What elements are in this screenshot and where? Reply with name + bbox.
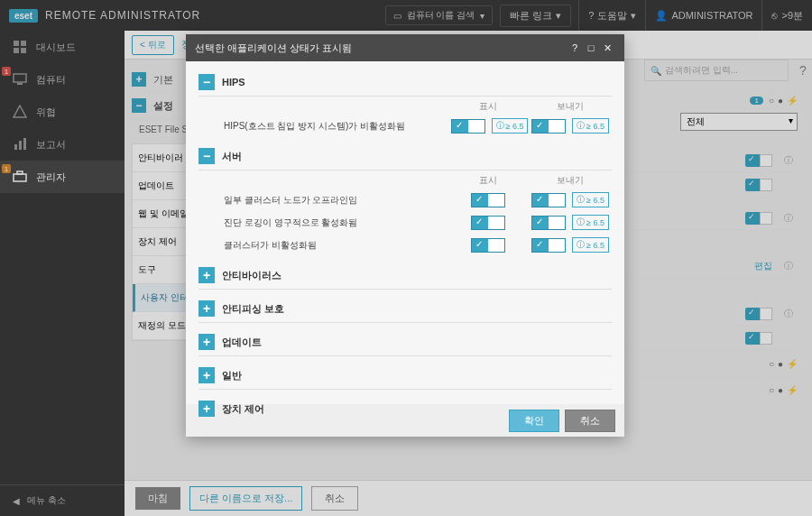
section-header[interactable]: 일반 [198, 362, 612, 390]
column-headers: 표시보내기 [198, 97, 612, 115]
row-label: 진단 로깅이 영구적으로 활성화됨 [198, 217, 448, 229]
col-send: 보내기 [529, 174, 612, 187]
row-label: 클러스터가 비활성화됨 [198, 239, 448, 252]
cancel-button[interactable]: 취소 [565, 410, 615, 432]
help-icon[interactable]: ? [567, 42, 583, 53]
close-icon[interactable]: ✕ [599, 42, 615, 54]
show-toggle[interactable] [471, 238, 505, 253]
section-header[interactable]: 서버 [198, 143, 612, 170]
status-row: HIPS(호스트 침입 방지 시스템)가 비활성화됨≥ 6.5≥ 6.5 [198, 115, 612, 137]
col-show: 표시 [448, 100, 529, 113]
section-title: 업데이트 [222, 336, 262, 349]
status-row: 일부 클러스터 노드가 오프라인임≥ 6.5 [198, 189, 612, 211]
section-title: 안티피싱 보호 [222, 302, 284, 316]
modal-body: HIPS표시보내기HIPS(호스트 침입 방지 시스템)가 비활성화됨≥ 6.5… [186, 61, 624, 404]
expand-icon[interactable] [198, 367, 215, 383]
show-toggle[interactable] [471, 193, 505, 207]
section-header[interactable]: 업데이트 [198, 328, 612, 356]
collapse-icon[interactable] [198, 74, 215, 90]
modal-title: 선택한 애플리케이션 상태가 표시됨 [195, 41, 567, 55]
modal-header: 선택한 애플리케이션 상태가 표시됨 ? □ ✕ [186, 34, 624, 61]
expand-icon[interactable] [198, 334, 215, 350]
show-toggle[interactable] [451, 119, 485, 134]
col-send: 보내기 [529, 100, 612, 113]
version-badge: ≥ 6.5 [572, 237, 609, 253]
ok-button[interactable]: 확인 [509, 410, 559, 432]
modal-section: 안티피싱 보호 [198, 295, 612, 323]
section-title: 일반 [222, 369, 242, 382]
row-label: 일부 클러스터 노드가 오프라인임 [198, 194, 448, 207]
version-badge: ≥ 6.5 [572, 192, 609, 207]
section-header[interactable]: HIPS [198, 69, 612, 97]
show-toggle[interactable] [471, 216, 505, 230]
modal-section: 일반 [198, 362, 612, 390]
modal-section: 서버표시보내기일부 클러스터 노드가 오프라인임≥ 6.5진단 로깅이 영구적으… [198, 143, 612, 256]
row-label: HIPS(호스트 침입 방지 시스템)가 비활성화됨 [198, 120, 448, 133]
expand-icon[interactable] [198, 267, 215, 283]
col-show: 표시 [448, 174, 529, 187]
section-title: 안티바이러스 [222, 269, 281, 282]
status-row: 진단 로깅이 영구적으로 활성화됨≥ 6.5 [198, 211, 612, 234]
version-badge: ≥ 6.5 [572, 118, 609, 134]
modal-section: HIPS표시보내기HIPS(호스트 침입 방지 시스템)가 비활성화됨≥ 6.5… [198, 69, 612, 137]
section-header[interactable]: 안티바이러스 [198, 262, 612, 290]
section-title: 서버 [222, 150, 242, 163]
send-toggle[interactable] [531, 119, 566, 134]
section-title: HIPS [222, 77, 245, 88]
version-badge: ≥ 6.5 [572, 215, 609, 230]
send-toggle[interactable] [531, 216, 566, 230]
maximize-icon[interactable]: □ [583, 42, 599, 53]
section-title: 장치 제어 [222, 402, 264, 416]
status-row: 클러스터가 비활성화됨≥ 6.5 [198, 234, 612, 256]
section-header[interactable]: 안티피싱 보호 [198, 295, 612, 323]
expand-icon[interactable] [198, 401, 215, 417]
modal-section: 안티바이러스 [198, 262, 612, 290]
app-status-modal: 선택한 애플리케이션 상태가 표시됨 ? □ ✕ HIPS표시보내기HIPS(호… [186, 34, 624, 437]
column-headers: 표시보내기 [198, 170, 612, 189]
modal-section: 업데이트 [198, 328, 612, 356]
collapse-icon[interactable] [198, 148, 215, 164]
send-toggle[interactable] [531, 238, 566, 253]
version-badge: ≥ 6.5 [492, 118, 529, 134]
send-toggle[interactable] [531, 193, 566, 207]
expand-icon[interactable] [198, 300, 215, 317]
